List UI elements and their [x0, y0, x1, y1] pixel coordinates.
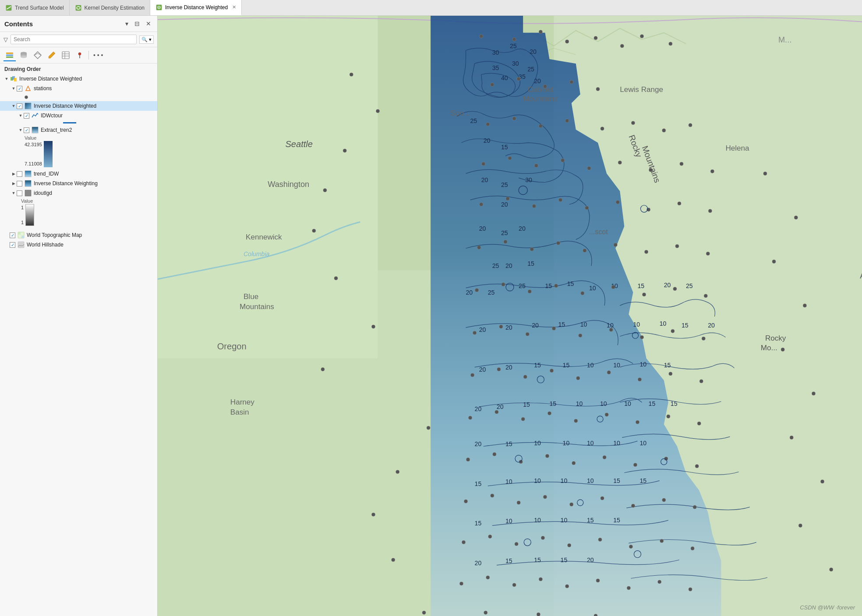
svg-text:20: 20 — [479, 366, 486, 373]
panel-header: Contents ▾ ⊟ ✕ — [0, 16, 157, 32]
watermark: CSDN @WW ·forever — [800, 604, 855, 611]
svg-rect-30 — [25, 171, 31, 177]
layer-idw-raster[interactable]: ▼ Inverse Distance Weighted — [0, 101, 157, 111]
svg-point-254 — [343, 149, 346, 152]
svg-text:15: 15 — [664, 362, 671, 369]
checkbox-idwctour[interactable] — [24, 113, 29, 119]
svg-point-232 — [598, 538, 602, 542]
table-toolbar-icon[interactable] — [60, 49, 72, 61]
pin-toolbar-icon[interactable] — [74, 49, 86, 61]
svg-point-142 — [601, 127, 604, 130]
svg-rect-34 — [18, 232, 21, 235]
svg-point-140 — [539, 124, 542, 128]
layer-idw-group[interactable]: ▼ Inverse Distance Weighted — [0, 74, 157, 84]
layer-stations[interactable]: ▼ stations — [0, 84, 157, 93]
svg-text:15: 15 — [501, 144, 508, 151]
idoutlgd-gradient-swatch — [25, 204, 34, 226]
svg-point-141 — [565, 119, 569, 123]
svg-text:15: 15 — [558, 321, 565, 328]
tab-trend-surface[interactable]: Trend Surface Model — [0, 0, 70, 15]
expand-idw-group[interactable]: ▼ — [4, 76, 10, 82]
svg-text:20: 20 — [505, 262, 512, 269]
svg-text:15: 15 — [567, 280, 574, 287]
svg-text:Cabinet: Cabinet — [527, 85, 553, 94]
expand-trend-idw[interactable]: ▶ — [11, 171, 17, 177]
svg-point-243 — [658, 580, 661, 584]
tab-idw-close[interactable]: ✕ — [232, 4, 236, 10]
svg-point-157 — [532, 204, 536, 208]
map-area[interactable]: 30 25 20 35 30 25 40 35 20 25 20 15 20 2… — [158, 16, 862, 616]
svg-point-174 — [502, 283, 505, 286]
panel-controls: ▾ ⊟ ✕ — [124, 19, 153, 28]
svg-point-269 — [781, 348, 784, 351]
checkbox-inv-dist-weighting[interactable] — [17, 181, 22, 187]
svg-point-149 — [561, 158, 565, 162]
panel-close-button[interactable]: ✕ — [144, 19, 153, 28]
svg-point-138 — [486, 123, 490, 126]
layers-toolbar-icon[interactable] — [4, 49, 16, 61]
svg-point-272 — [821, 480, 824, 483]
layer-inv-dist-weighting[interactable]: ▶ Inverse Distance Weighting — [0, 179, 157, 188]
svg-text:15: 15 — [613, 517, 620, 524]
svg-point-241 — [596, 579, 600, 582]
layer-idoutlgd[interactable]: ▼ idoutlgd — [0, 188, 157, 198]
svg-point-268 — [803, 304, 806, 307]
checkbox-world-topo[interactable] — [10, 232, 15, 238]
more-options-button[interactable]: • • • — [92, 52, 105, 59]
layer-idwctour[interactable]: ▼ IDWctour — [0, 111, 157, 120]
svg-point-259 — [321, 368, 325, 371]
checkbox-extract-tren2[interactable] — [24, 127, 29, 133]
svg-point-266 — [794, 216, 798, 219]
svg-point-229 — [515, 542, 518, 546]
idoutlgd-legend: 1 1 — [0, 204, 157, 228]
svg-point-214 — [603, 456, 606, 459]
expand-idw-raster[interactable]: ▼ — [11, 103, 17, 109]
drawing-order-label: Drawing Order — [0, 63, 157, 74]
layer-icon-idw-group — [10, 75, 18, 83]
layer-trend-idw[interactable]: ▶ trend_IDW — [0, 169, 157, 179]
svg-point-153 — [680, 162, 683, 165]
database-toolbar-icon[interactable] — [18, 49, 30, 61]
svg-point-210 — [493, 453, 496, 456]
tab-kernel[interactable]: Kernel Density Estimation — [70, 0, 150, 15]
svg-point-235 — [691, 547, 694, 550]
pencil-toolbar-icon[interactable] — [46, 49, 58, 61]
svg-text:10: 10 — [534, 440, 541, 447]
tab-idw[interactable]: Inverse Distance Weighted ✕ — [150, 0, 242, 15]
svg-text:10: 10 — [639, 361, 646, 368]
tab-idw-label: Inverse Distance Weighted — [165, 4, 228, 11]
layer-icon-idoutlgd — [24, 189, 32, 197]
layer-world-topo[interactable]: World Topographic Map — [0, 230, 157, 240]
svg-point-131 — [640, 35, 643, 38]
panel-pin-button[interactable]: ▾ — [124, 19, 130, 28]
checkbox-trend-idw[interactable] — [17, 171, 22, 177]
svg-point-178 — [611, 285, 615, 289]
svg-point-262 — [371, 513, 375, 516]
expand-inv-dist-weighting[interactable]: ▶ — [11, 180, 17, 187]
expand-idoutlgd[interactable]: ▼ — [11, 190, 17, 196]
expand-extract-tren2[interactable]: ▼ — [18, 127, 24, 133]
raster-toolbar-icon[interactable] — [32, 49, 44, 61]
svg-text:10: 10 — [589, 285, 596, 292]
panel-dock-button[interactable]: ⊟ — [133, 19, 141, 28]
layer-label-extract-tren2: Extract_tren2 — [41, 127, 157, 133]
search-dropdown-button[interactable]: 🔍 ▾ — [139, 35, 154, 44]
svg-point-201 — [495, 410, 498, 414]
svg-point-144 — [662, 129, 666, 132]
checkbox-stations[interactable] — [17, 86, 22, 92]
svg-point-248 — [537, 612, 540, 616]
checkbox-idw-raster[interactable] — [17, 103, 22, 109]
expand-idwctour[interactable]: ▼ — [18, 113, 24, 119]
layer-world-hillshade[interactable]: World Hillshade — [0, 240, 157, 250]
layer-extract-tren2[interactable]: ▼ Extract_tren2 — [0, 125, 157, 135]
svg-point-6 — [159, 7, 159, 8]
svg-point-181 — [704, 294, 707, 298]
svg-point-217 — [695, 465, 699, 468]
checkbox-idoutlgd[interactable] — [17, 190, 22, 196]
svg-text:Mountains: Mountains — [240, 303, 274, 311]
svg-text:20: 20 — [587, 556, 594, 563]
svg-point-169 — [614, 243, 617, 246]
search-input[interactable] — [11, 35, 137, 44]
expand-stations[interactable]: ▼ — [11, 85, 17, 92]
checkbox-world-hillshade[interactable] — [10, 242, 15, 248]
